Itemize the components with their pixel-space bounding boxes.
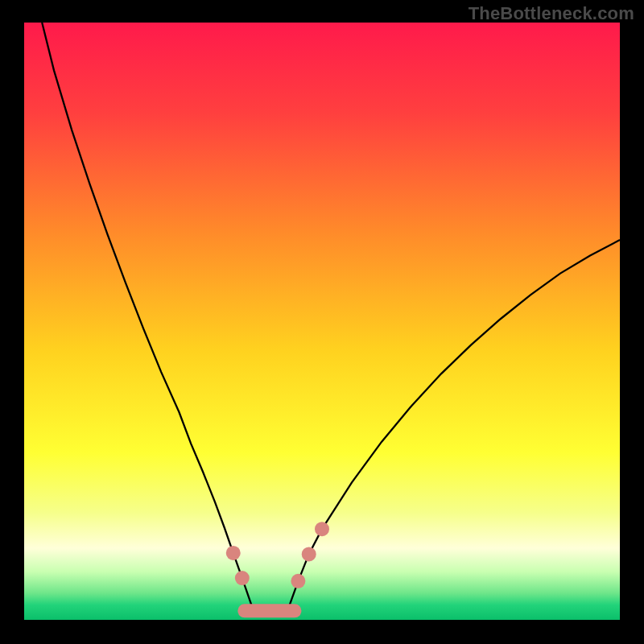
- right-marker-lower: [291, 574, 305, 588]
- watermark-text: TheBottleneck.com: [469, 3, 634, 24]
- left-marker-lower: [235, 571, 250, 585]
- right-marker-upper: [315, 522, 329, 536]
- left-marker-upper: [226, 546, 241, 560]
- bottleneck-chart: [0, 0, 644, 644]
- chart-frame: TheBottleneck.com: [0, 0, 644, 644]
- right-marker-mid: [302, 547, 316, 561]
